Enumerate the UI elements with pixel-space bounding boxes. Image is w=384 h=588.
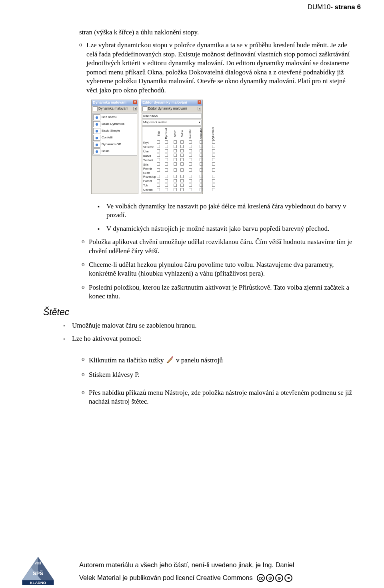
matrix-checkbox[interactable] — [200, 154, 203, 157]
matrix-checkbox[interactable] — [165, 168, 168, 172]
list-item[interactable]: Basic Simple — [93, 128, 136, 134]
matrix-checkbox[interactable] — [180, 162, 184, 166]
matrix-checkbox[interactable] — [157, 175, 160, 178]
matrix-checkbox[interactable] — [189, 145, 192, 148]
matrix-checkbox[interactable] — [200, 179, 203, 182]
matrix-checkbox[interactable] — [157, 179, 160, 182]
matrix-checkbox[interactable] — [200, 184, 203, 187]
matrix-checkbox[interactable] — [165, 179, 168, 182]
list-item[interactable]: Basic Dynamics — [93, 121, 136, 128]
matrix-checkbox[interactable] — [189, 168, 192, 172]
sub-item-body: V dynamických nástrojích je možné nastav… — [106, 225, 329, 232]
square-marker-icon: ▪ — [98, 203, 100, 210]
matrix-checkbox[interactable] — [165, 175, 168, 178]
matrix-checkbox[interactable] — [157, 158, 160, 161]
matrix-checkbox[interactable] — [180, 179, 184, 182]
matrix-checkbox[interactable] — [180, 145, 184, 148]
matrix-checkbox[interactable] — [180, 175, 184, 178]
chevron-down-icon: ▾ — [199, 120, 200, 125]
matrix-checkbox[interactable] — [174, 184, 177, 187]
matrix-checkbox[interactable] — [174, 145, 177, 148]
matrix-row: Barva — [142, 154, 156, 158]
matrix-checkbox[interactable] — [212, 184, 215, 187]
matrix-checkbox[interactable] — [180, 188, 184, 191]
matrix-checkbox[interactable] — [165, 154, 168, 157]
matrix-checkbox[interactable] — [212, 154, 215, 157]
list-item[interactable]: Bez názvu — [93, 114, 136, 121]
matrix-checkbox[interactable] — [212, 188, 215, 191]
matrix-checkbox[interactable] — [212, 168, 215, 172]
matrix-checkbox[interactable] — [165, 149, 168, 152]
matrix-checkbox[interactable] — [200, 145, 203, 148]
matrix-checkbox[interactable] — [165, 188, 168, 191]
panel2-name-field[interactable]: Bez názvu — [142, 113, 202, 119]
matrix-checkbox[interactable] — [189, 154, 192, 157]
cc-nd-icon: = — [284, 574, 292, 582]
matrix-checkbox[interactable] — [157, 162, 160, 166]
matrix-checkbox[interactable] — [200, 158, 203, 161]
matrix-checkbox[interactable] — [189, 175, 192, 178]
matrix-checkbox[interactable] — [180, 184, 184, 187]
matrix-checkbox[interactable] — [180, 140, 184, 144]
paintbrush-icon — [166, 355, 174, 364]
matrix-checkbox[interactable] — [157, 145, 160, 148]
matrix-checkbox[interactable] — [174, 175, 177, 178]
matrix-checkbox[interactable] — [212, 175, 215, 178]
list-item[interactable]: Dynamics Off — [93, 141, 136, 148]
matrix-checkbox[interactable] — [180, 149, 184, 152]
matrix-checkbox[interactable] — [212, 158, 215, 161]
panel1-menu-icon[interactable]: ◂ — [133, 107, 137, 110]
matrix-checkbox[interactable] — [189, 179, 192, 182]
close-icon[interactable]: × — [198, 100, 201, 104]
panel1-list: Bez názvu Basic Dynamics Basic Simple Co… — [92, 113, 137, 156]
panel2-menu-icon[interactable]: ◂ — [198, 107, 201, 110]
matrix-checkbox[interactable] — [200, 162, 203, 166]
matrix-checkbox[interactable] — [165, 184, 168, 187]
matrix-checkbox[interactable] — [174, 149, 177, 152]
matrix-row: Poměr stran — [142, 167, 156, 175]
matrix-checkbox[interactable] — [200, 188, 203, 191]
panel2-mode-dropdown[interactable]: Mapovací matice ▾ — [142, 120, 202, 126]
matrix-checkbox[interactable] — [174, 188, 177, 191]
matrix-checkbox[interactable] — [180, 168, 184, 172]
matrix-checkbox[interactable] — [157, 149, 160, 152]
matrix-checkbox[interactable] — [157, 184, 160, 187]
matrix-checkbox[interactable] — [174, 140, 177, 144]
matrix-checkbox[interactable] — [200, 168, 203, 172]
matrix-checkbox[interactable] — [212, 162, 215, 166]
matrix-checkbox[interactable] — [180, 154, 184, 157]
close-icon[interactable]: × — [133, 100, 137, 104]
matrix-checkbox[interactable] — [157, 168, 160, 172]
panel1-titlebar: Dynamika malování × — [92, 100, 138, 106]
matrix-checkbox[interactable] — [189, 184, 192, 187]
matrix-checkbox[interactable] — [189, 188, 192, 191]
matrix-checkbox[interactable] — [212, 149, 215, 152]
matrix-checkbox[interactable] — [157, 188, 160, 191]
matrix-checkbox[interactable] — [189, 149, 192, 152]
matrix-checkbox[interactable] — [212, 179, 215, 182]
matrix-checkbox[interactable] — [189, 162, 192, 166]
matrix-checkbox[interactable] — [189, 140, 192, 144]
matrix-checkbox[interactable] — [174, 179, 177, 182]
list-body: Lze vybrat dynamickou stopu v položce dy… — [86, 41, 353, 95]
matrix-checkbox[interactable] — [200, 149, 203, 152]
matrix-checkbox[interactable] — [165, 145, 168, 148]
matrix-checkbox[interactable] — [180, 158, 184, 161]
matrix-checkbox[interactable] — [174, 158, 177, 161]
matrix-checkbox[interactable] — [189, 158, 192, 161]
matrix-checkbox[interactable] — [174, 168, 177, 172]
matrix-checkbox[interactable] — [200, 140, 203, 144]
matrix-checkbox[interactable] — [157, 154, 160, 157]
matrix-row: Poměr — [142, 179, 156, 184]
matrix-checkbox[interactable] — [212, 140, 215, 144]
matrix-checkbox[interactable] — [212, 145, 215, 148]
matrix-checkbox[interactable] — [157, 140, 160, 144]
list-item[interactable]: Confetti — [93, 134, 136, 141]
matrix-checkbox[interactable] — [165, 158, 168, 161]
matrix-checkbox[interactable] — [174, 154, 177, 157]
list-item[interactable]: Basic — [93, 148, 136, 155]
matrix-checkbox[interactable] — [165, 162, 168, 166]
matrix-checkbox[interactable] — [200, 175, 203, 178]
matrix-checkbox[interactable] — [174, 162, 177, 166]
matrix-checkbox[interactable] — [165, 140, 168, 144]
